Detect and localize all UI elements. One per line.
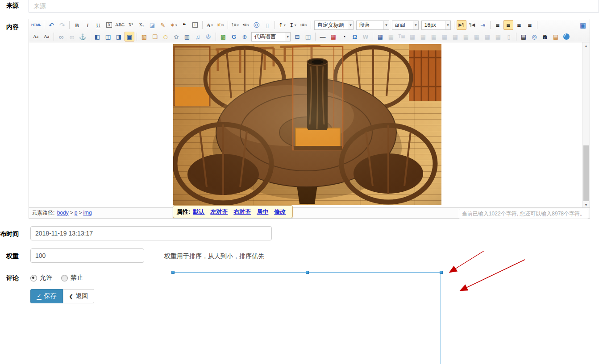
italic-icon[interactable]: I — [83, 20, 92, 30]
line-height-icon[interactable]: ↕≡▾ — [299, 20, 308, 30]
indent-icon[interactable]: ⇥ — [478, 20, 488, 30]
font-family-combo[interactable]: arial▾ — [392, 21, 419, 30]
chevron-down-icon[interactable]: ▾ — [445, 21, 450, 29]
image-inline-icon[interactable]: ◫ — [103, 32, 113, 41]
align-center-icon[interactable]: ≡ — [503, 20, 513, 30]
scrollbar-thumb[interactable] — [583, 145, 589, 201]
find-replace-icon[interactable]: ⋒ — [540, 32, 550, 41]
align-right-icon[interactable]: ≡ — [514, 20, 524, 30]
source-input[interactable] — [29, 0, 599, 12]
subscript-icon[interactable]: X₂ — [137, 20, 146, 30]
time-icon[interactable]: ◔ — [339, 32, 349, 41]
font-size-combo[interactable]: 16px▾ — [421, 21, 451, 30]
chevron-down-icon[interactable]: ▾ — [348, 21, 353, 29]
radio-selected-icon[interactable] — [30, 275, 37, 281]
music-icon[interactable]: ♫ — [193, 32, 203, 41]
bold-icon[interactable]: B — [72, 20, 82, 30]
align-justify-icon[interactable]: ≡ — [525, 20, 535, 30]
align-left-icon[interactable]: ≡ — [493, 20, 503, 30]
scrawl-icon[interactable]: ✿ — [171, 32, 181, 41]
path-link-img[interactable]: img — [83, 210, 92, 216]
eraser-icon[interactable]: ◪ — [147, 20, 157, 30]
path-link-body[interactable]: body — [57, 210, 69, 216]
attr-link-居中[interactable]: 居中 — [257, 208, 268, 215]
custom-title-combo[interactable]: 自定义标题▾ — [314, 21, 354, 30]
date-icon[interactable]: ▦ — [329, 32, 338, 41]
chevron-down-icon[interactable]: ▾ — [211, 23, 213, 27]
uppercase-icon[interactable]: Aa — [31, 32, 41, 41]
superscript-icon[interactable]: X² — [126, 20, 136, 30]
comment-option-允许[interactable]: 允许 — [30, 274, 52, 282]
insert-image-icon[interactable]: ▧ — [139, 32, 149, 41]
image-left-icon[interactable]: ◧ — [92, 32, 102, 41]
chevron-down-icon[interactable]: ▾ — [305, 23, 307, 27]
insert-table-icon[interactable]: ▦ — [375, 32, 385, 41]
chevron-down-icon[interactable]: ▾ — [295, 23, 296, 27]
weight-input[interactable] — [30, 248, 144, 263]
editor-content-area[interactable]: ▲ ▼ — [29, 42, 590, 208]
paste-icon[interactable]: ▤ — [551, 32, 561, 41]
code-language-combo[interactable]: 代码语言▾ — [251, 32, 291, 41]
publish-time-input[interactable] — [30, 226, 272, 240]
code-block-icon[interactable]: ⊟ — [292, 32, 302, 41]
resize-handle-top-right[interactable] — [440, 271, 443, 274]
scroll-up-icon[interactable]: ▲ — [582, 42, 590, 50]
editor-scrollbar[interactable]: ▲ ▼ — [582, 42, 590, 208]
preview-icon[interactable]: ◎ — [529, 32, 539, 41]
emotion-icon[interactable]: ☺ — [161, 32, 171, 41]
anchor-icon[interactable]: ⚓ — [78, 32, 87, 41]
format-brush-icon[interactable]: ✎ — [158, 20, 168, 30]
radio-unselected-icon[interactable] — [61, 275, 68, 281]
resize-handle-top-center[interactable] — [306, 271, 309, 274]
link-icon[interactable]: ∞ — [56, 32, 66, 41]
unordered-list-icon[interactable]: •≡▾ — [241, 20, 251, 30]
auto-typeset-icon[interactable]: ✶▾ — [169, 20, 179, 30]
insert-iframe-icon[interactable]: ⊕ — [240, 32, 250, 41]
baidu-map-icon[interactable]: ▩ — [218, 32, 228, 41]
chevron-down-icon[interactable]: ▾ — [285, 33, 290, 41]
strikethrough-icon[interactable]: ABC — [115, 20, 125, 30]
video-icon[interactable]: ▥ — [182, 32, 192, 41]
resizable-selection-box[interactable] — [173, 272, 441, 364]
image-right-icon[interactable]: ◨ — [114, 32, 124, 41]
path-link-p[interactable]: p — [75, 210, 78, 216]
chevron-down-icon[interactable]: ▾ — [222, 23, 224, 27]
attr-link-左对齐[interactable]: 左对齐 — [210, 208, 228, 215]
fullscreen-icon[interactable]: ▣ — [578, 20, 588, 30]
undo-icon[interactable]: ↶ — [46, 20, 56, 30]
paragraph-combo[interactable]: 段落▾ — [356, 21, 389, 30]
spacing-bottom-icon[interactable]: ↧▾ — [288, 20, 298, 30]
comment-option-禁止[interactable]: 禁止 — [61, 274, 83, 282]
html-source-icon[interactable]: HTML — [31, 20, 42, 30]
blockquote-icon[interactable]: ❝ — [179, 20, 189, 30]
horizontal-rule-icon[interactable]: — — [318, 32, 328, 41]
google-map-icon[interactable]: G — [229, 32, 239, 41]
font-color-icon[interactable]: A▾ — [205, 20, 215, 30]
chevron-down-icon[interactable]: ▾ — [175, 23, 177, 27]
chevron-down-icon[interactable]: ▾ — [284, 23, 286, 27]
content-image[interactable] — [173, 44, 441, 205]
auto-link-icon[interactable]: ⓐ — [252, 20, 262, 30]
print-icon[interactable]: ▤ — [519, 32, 528, 41]
chevron-down-icon[interactable]: ▾ — [383, 21, 389, 29]
resize-handle-top-left[interactable] — [171, 271, 175, 274]
font-border-icon[interactable]: A — [104, 20, 114, 30]
special-char-icon[interactable]: Ω — [350, 32, 360, 41]
chevron-down-icon[interactable]: ▾ — [237, 23, 239, 27]
ltr-icon[interactable]: ▶¶ — [457, 20, 466, 30]
attr-link-右对齐[interactable]: 右对齐 — [233, 208, 251, 215]
save-button[interactable]: ✓ 保存 — [30, 289, 63, 303]
lowercase-icon[interactable]: Aa — [42, 32, 51, 41]
highlight-color-icon[interactable]: ab▾ — [216, 20, 225, 30]
attr-link-修改[interactable]: 修改 — [274, 208, 286, 215]
chevron-down-icon[interactable]: ▾ — [413, 21, 418, 29]
paste-filter-icon[interactable]: T — [190, 20, 200, 30]
rtl-icon[interactable]: ¶◀ — [467, 20, 477, 30]
attachment-icon[interactable]: ✇ — [204, 32, 213, 41]
screenshot-icon[interactable]: ◫ — [303, 32, 313, 41]
multi-image-icon[interactable]: ❏ — [150, 32, 160, 41]
image-center-icon[interactable]: ▣ — [125, 32, 134, 41]
help-icon[interactable]: ? — [562, 32, 571, 41]
underline-icon[interactable]: U — [93, 20, 103, 30]
chevron-down-icon[interactable]: ▾ — [247, 23, 249, 27]
